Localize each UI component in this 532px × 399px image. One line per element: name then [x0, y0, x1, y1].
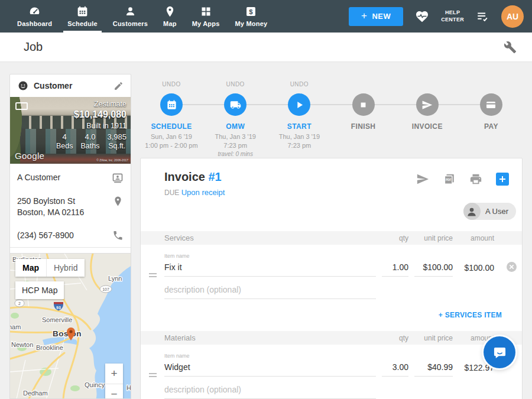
service-unit-price-input[interactable] [414, 262, 453, 277]
baths-value: 4.0 [80, 132, 99, 141]
baths-label: Baths [80, 142, 99, 150]
nav-item-my-apps[interactable]: My Apps [184, 0, 228, 33]
services-header-bar: Services qty unit price amount [141, 231, 522, 245]
plus-icon: + [361, 10, 367, 22]
job-tools-icon[interactable] [504, 41, 517, 54]
job-timeline: UNDO SCHEDULE Sun, Jan 6 '191:00 pm - 2:… [140, 74, 523, 158]
add-invoice-button[interactable] [496, 173, 509, 186]
map-type-map-button[interactable]: Map [15, 259, 46, 277]
zoom-out-button[interactable]: − [105, 384, 123, 399]
app-root: Dashboard Schedule Customers Map My Apps… [0, 0, 532, 399]
customer-card-header: Customer [10, 74, 131, 97]
nav-label: Customers [113, 20, 148, 27]
omw-step-button[interactable] [224, 93, 246, 116]
assigned-user-row: A User [141, 197, 522, 220]
drag-handle-icon[interactable] [149, 373, 157, 377]
material-name-input[interactable] [164, 362, 376, 377]
new-button[interactable]: + NEW [349, 7, 403, 26]
material-description-input[interactable] [164, 385, 376, 399]
nav-item-dashboard[interactable]: Dashboard [9, 0, 60, 33]
truck-icon [230, 99, 241, 111]
materials-title: Materials [164, 333, 376, 342]
hcp-map-button[interactable]: HCP Map [15, 281, 64, 299]
edit-pencil-icon[interactable] [113, 81, 124, 91]
top-nav: Dashboard Schedule Customers Map My Apps… [0, 0, 532, 33]
property-stats: 4Beds 4.0Baths 3,985Sq.ft. [56, 132, 126, 150]
apps-grid-icon [200, 5, 212, 18]
sqft-value: 3,985 [107, 132, 126, 141]
property-photo[interactable]: Zestimate $10,149,080 Built in 1911 4Bed… [10, 97, 131, 164]
user-silhouette-icon [463, 203, 481, 220]
assigned-user-name: A User [485, 207, 508, 216]
sqft-label: Sq.ft. [107, 142, 126, 150]
invoice-step-button[interactable] [416, 93, 439, 116]
map-card: Burlington Lynn 107 2 93 Somerville ham … [9, 253, 131, 399]
timeline-step-omw: UNDO OMW Thu, Jan 3 '197:23 pm travel: 0… [204, 81, 267, 158]
customer-address: 250 Boylston St Boston, MA 02116 [17, 196, 84, 218]
start-step-button[interactable] [288, 93, 310, 116]
invoice-number-link[interactable]: #1 [208, 170, 221, 183]
route-2-shield: 2 [15, 300, 24, 307]
zoom-in-button[interactable]: + [105, 364, 123, 384]
services-title: Services [164, 233, 376, 242]
due-value-link[interactable]: Upon receipt [181, 188, 225, 197]
new-button-label: NEW [372, 12, 391, 21]
nav-item-customers[interactable]: Customers [105, 0, 155, 33]
beds-value: 4 [56, 132, 73, 141]
map-type-hybrid-button[interactable]: Hybrid [46, 259, 85, 277]
start-date: Thu, Jan 3 '197:23 pm [279, 132, 320, 150]
nav-item-schedule[interactable]: Schedule [60, 0, 105, 33]
nav-label: Map [163, 20, 177, 27]
drag-handle-icon[interactable] [149, 273, 157, 277]
invoice-card: Invoice #1 DUE Upon receipt PDF [140, 158, 523, 399]
timeline-step-pay: PAY [460, 81, 523, 158]
nav-label: Schedule [67, 20, 98, 27]
add-services-item-link[interactable]: + SERVICES ITEM [439, 311, 502, 319]
customer-name-row: A Customer [10, 166, 131, 190]
nav-item-my-money[interactable]: $ My Money [228, 0, 275, 33]
schedule-icon [76, 5, 89, 18]
material-unit-price-input[interactable] [414, 362, 453, 377]
print-icon[interactable] [469, 173, 482, 186]
delete-service-item-button[interactable] [507, 262, 517, 272]
nav-label: My Money [235, 20, 268, 27]
schedule-step-button[interactable] [160, 93, 183, 116]
assigned-user-chip[interactable]: A User [463, 203, 516, 220]
page-header: Job [0, 33, 532, 62]
map-label-waltham-fragment: ham [10, 323, 21, 330]
nav-items: Dashboard Schedule Customers Map My Apps… [0, 0, 275, 33]
service-qty-input[interactable] [382, 262, 408, 277]
material-qty-input[interactable] [382, 362, 408, 377]
svg-text:PDF: PDF [446, 179, 452, 181]
health-heart-icon[interactable] [414, 9, 430, 24]
nav-label: Dashboard [17, 20, 52, 27]
service-name-input[interactable] [164, 262, 376, 277]
phone-icon[interactable] [112, 230, 124, 241]
svg-text:93: 93 [56, 306, 61, 310]
contact-card-icon[interactable] [112, 172, 124, 184]
zestimate-label: Zestimate [56, 100, 126, 108]
finish-step-button[interactable] [352, 93, 375, 116]
materials-header-bar: Materials qty unit price amount [141, 331, 522, 345]
service-description-input[interactable] [164, 285, 376, 299]
help-center-link[interactable]: HELP CENTER [441, 9, 464, 23]
invoice-title: Invoice #1 [164, 170, 225, 184]
customer-face-icon [17, 80, 29, 92]
pdf-icon[interactable]: PDF [443, 173, 456, 186]
svg-text:107: 107 [102, 287, 109, 291]
undo-schedule-link[interactable]: UNDO [162, 81, 180, 89]
map-label-lynn: Lynn [108, 275, 122, 282]
pay-step-button[interactable] [480, 93, 502, 116]
send-invoice-icon[interactable] [416, 173, 429, 186]
undo-omw-link[interactable]: UNDO [226, 81, 244, 89]
credit-card-icon [485, 99, 497, 111]
timeline-step-schedule: UNDO SCHEDULE Sun, Jan 6 '191:00 pm - 2:… [140, 81, 203, 158]
location-pin-icon[interactable] [112, 196, 124, 207]
chat-fab-button[interactable] [484, 336, 515, 368]
nav-item-map[interactable]: Map [155, 0, 184, 33]
activity-list-icon[interactable] [475, 10, 490, 23]
customer-phone: (234) 567-8900 [17, 230, 74, 241]
user-avatar[interactable]: AU [501, 5, 524, 28]
svg-text:2: 2 [18, 301, 21, 306]
undo-start-link[interactable]: UNDO [290, 81, 309, 89]
